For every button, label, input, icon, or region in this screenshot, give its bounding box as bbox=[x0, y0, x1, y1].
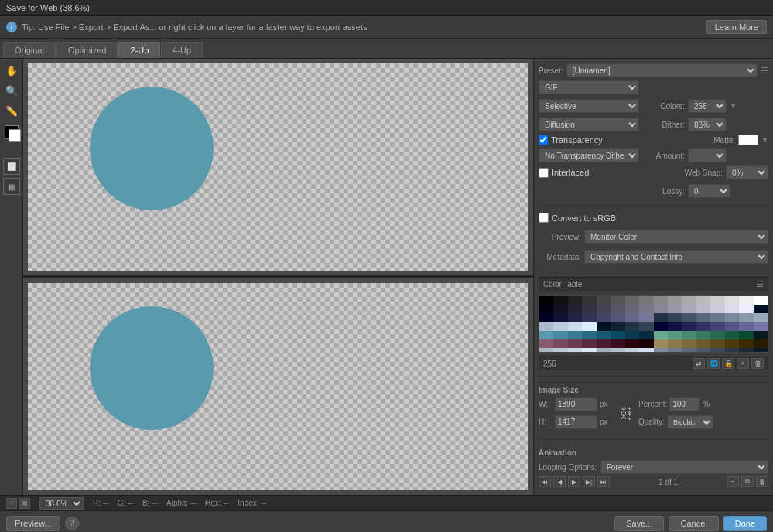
color-cell[interactable] bbox=[553, 305, 567, 313]
color-cell[interactable] bbox=[682, 322, 696, 331]
color-cell[interactable] bbox=[754, 331, 768, 339]
percent-input[interactable] bbox=[669, 397, 700, 411]
color-cell[interactable] bbox=[668, 313, 682, 322]
color-cell[interactable] bbox=[597, 305, 611, 313]
color-cell[interactable] bbox=[739, 296, 753, 305]
color-cell[interactable] bbox=[625, 348, 639, 353]
zoom-select[interactable]: 38.6% bbox=[39, 497, 84, 510]
anim-last-btn[interactable]: ⏭ bbox=[597, 476, 610, 487]
color-cell[interactable] bbox=[568, 348, 582, 353]
tab-optimized[interactable]: Optimized bbox=[56, 42, 118, 58]
color-cell[interactable] bbox=[611, 296, 624, 305]
color-table-grid[interactable] bbox=[539, 296, 768, 353]
color-cell[interactable] bbox=[754, 322, 768, 331]
color-cell[interactable] bbox=[654, 296, 668, 305]
tab-original[interactable]: Original bbox=[3, 42, 56, 58]
colors-select[interactable]: 256 bbox=[688, 99, 727, 113]
color-cell[interactable] bbox=[539, 348, 553, 353]
eyedropper-tool[interactable]: ✏️ bbox=[3, 102, 20, 119]
color-cell[interactable] bbox=[710, 313, 724, 322]
color-cell[interactable] bbox=[668, 339, 682, 348]
color-cell[interactable] bbox=[668, 331, 682, 339]
anim-first-btn[interactable]: ⏮ bbox=[539, 476, 551, 487]
color-cell[interactable] bbox=[611, 305, 624, 313]
save-button[interactable]: Save... bbox=[614, 516, 664, 531]
color-cell[interactable] bbox=[553, 313, 567, 322]
dither-select[interactable]: Diffusion bbox=[539, 118, 639, 131]
color-cell[interactable] bbox=[639, 296, 653, 305]
color-cell[interactable] bbox=[725, 322, 739, 331]
color-cell[interactable] bbox=[611, 348, 624, 353]
color-cell[interactable] bbox=[582, 339, 596, 348]
color-cell[interactable] bbox=[611, 322, 624, 331]
color-cell[interactable] bbox=[597, 331, 611, 339]
color-cell[interactable] bbox=[625, 296, 639, 305]
anim-dup-btn[interactable]: ⧉ bbox=[741, 476, 754, 487]
color-cell[interactable] bbox=[682, 313, 696, 322]
color-cell[interactable] bbox=[710, 348, 724, 353]
color-cell[interactable] bbox=[754, 313, 768, 322]
color-cell[interactable] bbox=[739, 331, 753, 339]
colors-arrow[interactable]: ▼ bbox=[730, 102, 737, 110]
color-swatch[interactable] bbox=[5, 125, 19, 139]
color-cell[interactable] bbox=[739, 348, 753, 353]
color-cell[interactable] bbox=[668, 348, 682, 353]
ct-map-icon[interactable]: ⇄ bbox=[693, 358, 705, 369]
hand-tool[interactable]: ✋ bbox=[3, 62, 20, 79]
color-cell[interactable] bbox=[696, 331, 710, 339]
preview-select[interactable]: Monitor Color bbox=[584, 230, 768, 244]
color-cell[interactable] bbox=[710, 331, 724, 339]
color-cell[interactable] bbox=[539, 331, 553, 339]
color-cell[interactable] bbox=[568, 296, 582, 305]
dither-pct-select[interactable]: 88% bbox=[688, 118, 727, 131]
color-cell[interactable] bbox=[682, 296, 696, 305]
color-cell[interactable] bbox=[568, 331, 582, 339]
learn-more-button[interactable]: Learn More bbox=[706, 20, 767, 34]
tab-2up[interactable]: 2-Up bbox=[118, 42, 160, 58]
color-cell[interactable] bbox=[611, 313, 624, 322]
color-cell[interactable] bbox=[568, 322, 582, 331]
ct-lock-icon[interactable]: 🔒 bbox=[722, 358, 734, 369]
select-tool[interactable]: ▦ bbox=[3, 178, 20, 195]
color-cell[interactable] bbox=[539, 305, 553, 313]
help-icon[interactable]: ? bbox=[65, 517, 79, 530]
websnap-select[interactable]: 0% bbox=[726, 165, 768, 179]
matte-swatch[interactable] bbox=[738, 135, 758, 145]
color-cell[interactable] bbox=[739, 305, 753, 313]
color-cell[interactable] bbox=[654, 305, 668, 313]
width-input[interactable] bbox=[555, 397, 597, 411]
color-cell[interactable] bbox=[568, 339, 582, 348]
zoom-tool[interactable]: 🔍 bbox=[3, 82, 20, 99]
color-cell[interactable] bbox=[696, 348, 710, 353]
color-cell[interactable] bbox=[625, 339, 639, 348]
lossy-select[interactable]: 0 bbox=[688, 184, 730, 198]
anim-play-btn[interactable]: ▶ bbox=[568, 476, 580, 487]
color-cell[interactable] bbox=[725, 305, 739, 313]
color-cell[interactable] bbox=[625, 331, 639, 339]
slice-tool[interactable]: ⬜ bbox=[3, 158, 20, 175]
color-cell[interactable] bbox=[739, 313, 753, 322]
color-cell[interactable] bbox=[597, 296, 611, 305]
color-cell[interactable] bbox=[739, 339, 753, 348]
color-cell[interactable] bbox=[696, 322, 710, 331]
color-cell[interactable] bbox=[553, 322, 567, 331]
panel-options-icon[interactable]: ☰ bbox=[761, 66, 768, 76]
matte-arrow[interactable]: ▼ bbox=[761, 136, 768, 144]
preset-select[interactable]: [Unnamed] bbox=[566, 63, 758, 77]
link-icon[interactable]: ⛓ bbox=[618, 407, 635, 421]
done-button[interactable]: Done bbox=[723, 516, 767, 531]
ct-add-icon[interactable]: + bbox=[737, 358, 749, 369]
format-select[interactable]: GIF bbox=[539, 80, 639, 94]
transparency-dither-select[interactable]: No Transparency Dither bbox=[539, 148, 639, 162]
color-cell[interactable] bbox=[611, 339, 624, 348]
color-cell[interactable] bbox=[710, 322, 724, 331]
color-cell[interactable] bbox=[725, 313, 739, 322]
color-cell[interactable] bbox=[553, 331, 567, 339]
color-cell[interactable] bbox=[725, 296, 739, 305]
color-cell[interactable] bbox=[654, 348, 668, 353]
color-cell[interactable] bbox=[654, 322, 668, 331]
height-input[interactable] bbox=[555, 415, 597, 429]
color-cell[interactable] bbox=[710, 296, 724, 305]
tab-4up[interactable]: 4-Up bbox=[161, 42, 203, 58]
convert-checkbox[interactable] bbox=[539, 213, 549, 223]
